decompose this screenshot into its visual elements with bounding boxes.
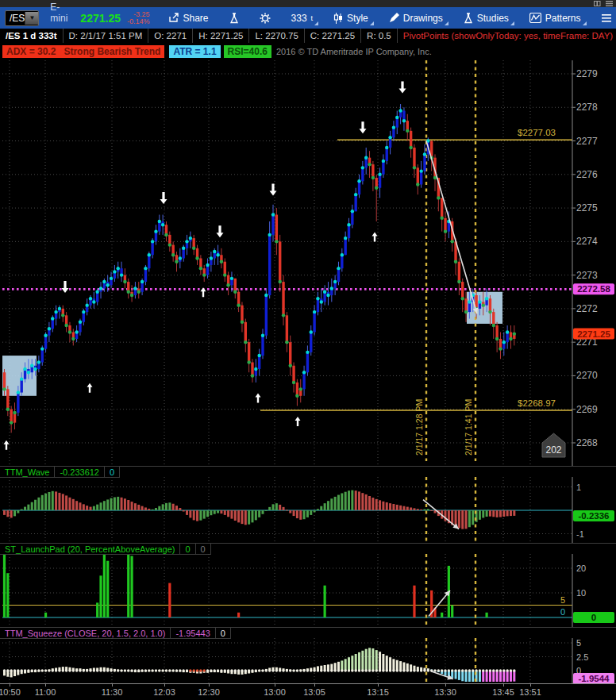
onDemand-button[interactable]: [222, 10, 246, 27]
svg-text:2268: 2268: [576, 437, 598, 448]
adx-value: ADX = 30.2: [6, 46, 56, 57]
svg-text:0: 0: [591, 613, 596, 622]
chevron-down-icon[interactable]: ▼: [25, 12, 38, 25]
svg-text:-0.2336: -0.2336: [578, 511, 609, 521]
time-label: 10:50: [0, 687, 21, 697]
svg-text:2279: 2279: [576, 68, 598, 79]
time-label: 13:51: [519, 687, 541, 697]
ttm-wave-value: -0.233612: [55, 467, 105, 478]
candlestick-icon: [333, 13, 343, 24]
window-grid-icon[interactable]: [594, 1, 601, 6]
time-tick: [209, 684, 210, 687]
share-button[interactable]: Share: [161, 10, 216, 27]
price-change: -3.25 -0.14%: [127, 11, 155, 25]
dropdown-caret: [314, 21, 318, 25]
ttm-wave-panel[interactable]: 1-1-0.2336: [0, 477, 616, 543]
main-price-chart[interactable]: 2/1/17 1:28 PM2/1/17 1:41 PM$2277.03$226…: [0, 60, 616, 466]
timeframe-value: 333: [291, 13, 307, 24]
svg-text:-1.9544: -1.9544: [578, 674, 610, 683]
time-tick: [503, 684, 504, 687]
share-icon: [168, 13, 179, 23]
launchpad-value: 0: [180, 544, 195, 555]
symbol-combobox[interactable]: /ES ▼: [5, 10, 39, 26]
pivotpoints-study-label[interactable]: PivotPoints (showOnlyToday: yes, timeFra…: [398, 29, 616, 43]
svg-text:5: 5: [560, 595, 565, 605]
time-label: 12:30: [198, 687, 220, 697]
svg-text:2271.25: 2271.25: [577, 329, 610, 339]
time-tick: [10, 684, 10, 687]
time-axis[interactable]: 10:5011:0011:3012:0312:3013:0013:0513:15…: [0, 683, 616, 700]
high-field: H: 2271.25: [193, 29, 249, 43]
time-label: 13:30: [434, 687, 456, 697]
pencil-icon: [389, 13, 399, 23]
chart-menu-button[interactable]: [595, 11, 616, 25]
dropdown-caret: [445, 21, 449, 25]
last-price: 2271.25: [74, 12, 127, 25]
launchpad-title[interactable]: ST_LaunchPad (20, PercentAboveAverage): [0, 544, 180, 555]
svg-text:2272.58: 2272.58: [577, 284, 610, 294]
time-label: 13:05: [303, 687, 325, 697]
menu-icon: [602, 14, 611, 22]
svg-text:-1: -1: [576, 529, 584, 539]
study-readout-bar: ADX = 30.2 Strong Bearish Trend ATR = 1.…: [0, 43, 616, 60]
time-tick: [275, 684, 275, 687]
beaker-icon: [464, 13, 473, 24]
date-field: D: 2/1/17 1:51 PM: [64, 29, 149, 43]
svg-text:2275: 2275: [576, 202, 598, 213]
ttm-wave-header[interactable]: TTM_Wave -0.233612 0: [0, 466, 616, 478]
flask-icon: [229, 13, 239, 24]
patterns-button[interactable]: Patterns: [522, 10, 588, 27]
time-tick: [378, 684, 379, 687]
launchpad-header[interactable]: ST_LaunchPad (20, PercentAboveAverage) 0…: [0, 543, 616, 555]
svg-text:2277: 2277: [576, 136, 598, 147]
patterns-label: Patterns: [545, 13, 581, 24]
svg-text:2278: 2278: [576, 102, 598, 113]
adx-badge: ADX = 30.2 Strong Bearish Trend: [2, 45, 164, 58]
timeframe-unit: t: [311, 14, 314, 22]
change-percent: -0.14%: [127, 18, 150, 25]
atr-badge: ATR = 1.1: [169, 45, 220, 58]
range-field: R: 0.5: [361, 29, 398, 43]
svg-text:2/1/17 1:28 PM: 2/1/17 1:28 PM: [414, 399, 424, 456]
dropdown-caret: [583, 21, 587, 25]
studies-label: Studies: [477, 13, 509, 24]
time-label: 11:00: [35, 687, 56, 697]
ohlc-info-bar: /ES 1 d 333t D: 2/1/17 1:51 PM O: 2271 H…: [0, 29, 616, 44]
drawings-label: Drawings: [403, 13, 443, 24]
pattern-zigzag-icon: [529, 13, 541, 23]
rsi-badge: RSI=40.6: [224, 45, 271, 58]
ttm-wave-title[interactable]: TTM_Wave: [0, 467, 55, 478]
style-button[interactable]: Style: [326, 10, 375, 27]
studies-button[interactable]: Studies: [456, 10, 516, 27]
dropdown-caret: [510, 21, 514, 25]
svg-text:2272: 2272: [576, 303, 598, 314]
chart-toolbar: /ES ▼ E-mini ... 2271.25 -3.25 -0.14% Sh…: [0, 7, 616, 29]
svg-text:10: 10: [576, 588, 586, 598]
low-field: L: 2270.75: [249, 29, 304, 43]
symbol-value: /ES: [6, 13, 25, 24]
svg-text:$2268.97: $2268.97: [518, 398, 556, 408]
svg-text:1: 1: [576, 483, 581, 492]
settings-button[interactable]: [252, 10, 278, 27]
time-tick: [314, 684, 315, 687]
close-field: C: 2271.25: [305, 29, 361, 43]
svg-text:2.5: 2.5: [576, 652, 588, 662]
svg-text:2/1/17 1:41 PM: 2/1/17 1:41 PM: [464, 399, 473, 456]
window-list-icon[interactable]: [606, 1, 613, 6]
ttm-squeeze-panel[interactable]: 52.50-1.9544: [0, 638, 616, 683]
thinkorswim-chart-window: /ES ▼ E-mini ... 2271.25 -3.25 -0.14% Sh…: [0, 0, 616, 700]
ttm-squeeze-title[interactable]: TTM_Squeeze (CLOSE, 20, 1.5, 2.0, 1.0): [0, 628, 171, 639]
time-label: 12:03: [153, 687, 175, 697]
time-tick: [45, 684, 46, 687]
svg-text:2274: 2274: [576, 236, 598, 247]
gear-icon: [260, 13, 271, 24]
drawings-button[interactable]: Drawings: [382, 10, 450, 27]
launchpad-panel[interactable]: 5020100: [0, 554, 616, 627]
timeframe-button[interactable]: 333t: [284, 10, 321, 27]
launchpad-value2: 0: [196, 544, 211, 555]
svg-text:2273: 2273: [576, 270, 598, 281]
svg-text:2276: 2276: [576, 169, 598, 180]
svg-text:20: 20: [576, 563, 586, 573]
ttm-squeeze-header[interactable]: TTM_Squeeze (CLOSE, 20, 1.5, 2.0, 1.0) -…: [0, 627, 616, 639]
svg-text:5: 5: [576, 638, 581, 648]
